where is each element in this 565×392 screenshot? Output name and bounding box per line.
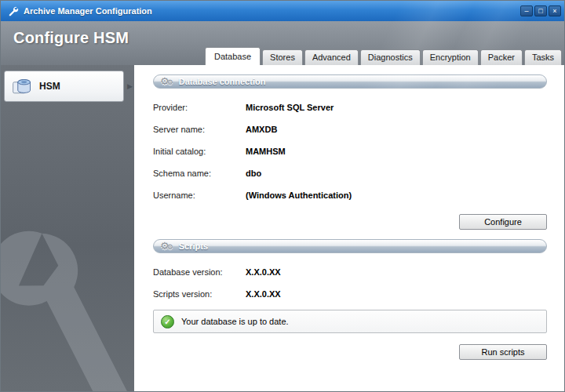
status-text: Your database is up to date. bbox=[181, 317, 289, 326]
database-button-row: Configure bbox=[153, 214, 547, 230]
tab-database[interactable]: Database bbox=[205, 47, 261, 65]
tab-stores[interactable]: Stores bbox=[262, 49, 303, 65]
field-label: Server name: bbox=[153, 123, 246, 136]
header-band: Configure HSM Database Stores Advanced D… bbox=[1, 21, 564, 65]
field-label: Schema name: bbox=[153, 167, 246, 180]
tab-strip: Database Stores Advanced Diagnostics Enc… bbox=[205, 47, 563, 65]
sidebar: HSM ▶ bbox=[1, 65, 134, 391]
field-value: AMXDB bbox=[246, 123, 277, 136]
window-title: Archive Manager Configuration bbox=[24, 6, 520, 16]
configure-button[interactable]: Configure bbox=[459, 214, 547, 230]
field-database-version: Database version: X.X.0.XX bbox=[153, 266, 547, 279]
tab-advanced[interactable]: Advanced bbox=[304, 49, 359, 65]
tab-diagnostics[interactable]: Diagnostics bbox=[360, 49, 421, 65]
gear-icon: ⚙⚙ bbox=[160, 241, 173, 251]
field-value: (Windows Authentication) bbox=[246, 189, 352, 202]
wrench-watermark-icon bbox=[1, 209, 134, 391]
maximize-button[interactable]: □ bbox=[534, 5, 547, 16]
run-scripts-button[interactable]: Run scripts bbox=[459, 344, 547, 360]
section-header-scripts: ⚙⚙ Scripts bbox=[153, 239, 547, 253]
content-panel: ⚙⚙ Database connection Provider: Microso… bbox=[134, 65, 564, 391]
gear-icon: ⚙⚙ bbox=[160, 76, 173, 86]
field-value: X.X.0.XX bbox=[246, 288, 281, 301]
field-value: dbo bbox=[246, 167, 261, 180]
app-window: Archive Manager Configuration – □ × Conf… bbox=[0, 0, 565, 392]
section-title: Scripts bbox=[179, 241, 208, 251]
section-title: Database connection bbox=[179, 77, 266, 86]
scripts-button-row: Run scripts bbox=[153, 344, 547, 360]
close-button[interactable]: × bbox=[549, 5, 561, 16]
sidebar-item-label: HSM bbox=[39, 81, 118, 92]
field-server-name: Server name: AMXDB bbox=[153, 123, 547, 136]
tab-encryption[interactable]: Encryption bbox=[422, 49, 479, 65]
page-title: Configure HSM bbox=[13, 29, 129, 47]
field-label: Scripts version: bbox=[153, 288, 246, 301]
field-label: Provider: bbox=[153, 101, 246, 114]
section-header-database-connection: ⚙⚙ Database connection bbox=[153, 74, 547, 89]
tab-packer[interactable]: Packer bbox=[480, 49, 523, 65]
status-message-box: ✓ Your database is up to date. bbox=[153, 310, 547, 333]
field-schema-name: Schema name: dbo bbox=[153, 167, 547, 180]
field-username: Username: (Windows Authentication) bbox=[153, 189, 547, 202]
sidebar-row: HSM ▶ bbox=[4, 71, 133, 102]
chevron-right-icon: ▶ bbox=[127, 82, 133, 90]
window-controls: – □ × bbox=[520, 5, 561, 16]
field-label: Database version: bbox=[153, 266, 246, 279]
field-value: MAMHSM bbox=[246, 145, 286, 158]
field-label: Username: bbox=[153, 189, 246, 202]
field-value: X.X.0.XX bbox=[246, 266, 281, 279]
sidebar-item-hsm[interactable]: HSM bbox=[4, 71, 124, 102]
database-icon bbox=[11, 75, 33, 97]
field-initial-catalog: Initial catalog: MAMHSM bbox=[153, 145, 547, 158]
check-circle-icon: ✓ bbox=[161, 315, 174, 328]
wrench-icon bbox=[7, 5, 19, 17]
field-scripts-version: Scripts version: X.X.0.XX bbox=[153, 288, 547, 301]
field-provider: Provider: Microsoft SQL Server bbox=[153, 101, 547, 114]
title-bar: Archive Manager Configuration – □ × bbox=[1, 1, 564, 21]
main-area: HSM ▶ ⚙⚙ Database connection Provider: M… bbox=[1, 65, 564, 391]
minimize-button[interactable]: – bbox=[520, 5, 533, 16]
field-value: Microsoft SQL Server bbox=[246, 101, 334, 114]
tab-tasks[interactable]: Tasks bbox=[524, 49, 562, 65]
field-label: Initial catalog: bbox=[153, 145, 246, 158]
